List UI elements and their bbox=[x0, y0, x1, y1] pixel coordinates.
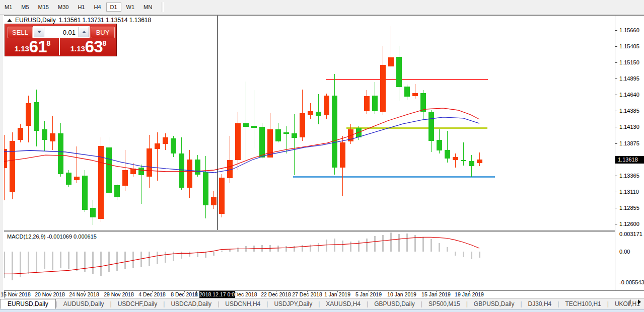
timeframe-button-M5[interactable]: M5 bbox=[17, 3, 33, 12]
candle-wick bbox=[415, 84, 415, 99]
macd-histogram-bar bbox=[237, 248, 239, 252]
price-tick bbox=[615, 143, 617, 144]
tab-sp500-m15[interactable]: SP500,M15 bbox=[422, 299, 466, 308]
tab-audusd-daily[interactable]: AUDUSD,Daily bbox=[57, 299, 110, 308]
tab-usdcad-daily[interactable]: USDCAD,Daily bbox=[165, 299, 218, 308]
timeframe-button-MN[interactable]: MN bbox=[139, 3, 156, 12]
tab-usdchf-daily[interactable]: USDCHF,Daily bbox=[112, 299, 164, 308]
macd-histogram-bar bbox=[455, 252, 456, 256]
macd-histogram-bar bbox=[165, 252, 166, 263]
candle-body bbox=[10, 141, 15, 192]
candle-body bbox=[66, 173, 71, 185]
timeframe-button-M15[interactable]: M15 bbox=[34, 3, 53, 12]
buy-price-quote[interactable]: 1.13638 bbox=[61, 38, 115, 55]
tab-gbpusd-daily[interactable]: GBPUSD,Daily bbox=[368, 299, 421, 308]
price-tick bbox=[615, 79, 617, 79]
date-axis-label: 1 bbox=[195, 291, 198, 297]
macd-axis-label: 0.003171 bbox=[619, 231, 642, 237]
price-axis-label: 1.12600 bbox=[619, 221, 639, 227]
candle-body bbox=[138, 168, 144, 175]
macd-histogram-bar bbox=[253, 246, 255, 252]
date-axis-label: 8 Dec 2018 bbox=[171, 291, 198, 297]
buy-button[interactable]: BUY bbox=[91, 27, 115, 38]
date-axis-label: 29 Nov 2018 bbox=[104, 291, 134, 297]
tab-tech100-h1[interactable]: TECH100,H1 bbox=[559, 299, 607, 308]
scroll-left-icon[interactable] bbox=[628, 299, 631, 304]
macd-histogram-bar bbox=[318, 243, 319, 252]
candle-body bbox=[26, 103, 31, 126]
chart-title: EURUSD,Daily 1.13561 1.13731 1.13514 1.1… bbox=[7, 17, 151, 24]
macd-histogram-bar bbox=[213, 252, 214, 256]
timeframe-button-M30[interactable]: M30 bbox=[54, 3, 73, 12]
tab-scroll-arrows bbox=[628, 299, 641, 304]
candle-body bbox=[187, 160, 192, 188]
timeframe-button-H1[interactable]: H1 bbox=[74, 3, 89, 12]
candle-body bbox=[42, 129, 47, 139]
tab-gbpusd-daily[interactable]: GBPUSD,Daily bbox=[468, 299, 521, 308]
macd-histogram-bar bbox=[382, 235, 384, 252]
scroll-right-icon[interactable] bbox=[638, 299, 641, 304]
macd-histogram-bar bbox=[269, 245, 271, 252]
candle-body bbox=[372, 96, 378, 111]
sell-price-prefix: 1.13 bbox=[15, 44, 29, 53]
macd-histogram-bar bbox=[374, 236, 376, 252]
timeframe-button-H4[interactable]: H4 bbox=[90, 3, 105, 12]
candle-body bbox=[106, 147, 112, 193]
candle-body bbox=[50, 133, 55, 141]
candle-wick bbox=[286, 126, 287, 153]
macd-name: MACD(12,26,9) bbox=[7, 233, 45, 240]
candle-body bbox=[163, 137, 168, 144]
macd-histogram-bar bbox=[334, 239, 335, 252]
macd-main-value: -0.001069 bbox=[47, 233, 72, 240]
macd-histogram-bar bbox=[294, 246, 295, 252]
lot-increase-button[interactable] bbox=[79, 27, 89, 37]
date-axis-label: 24 Nov 2018 bbox=[69, 291, 99, 297]
symbol-marker-icon bbox=[7, 19, 12, 22]
sell-price-quote[interactable]: 1.13618 bbox=[6, 38, 60, 55]
macd-histogram-bar bbox=[245, 246, 247, 252]
candle-body bbox=[348, 129, 353, 141]
tab-xauusd-h4[interactable]: XAUUSD,H4 bbox=[320, 299, 367, 308]
tab-usdcnh-h4[interactable]: USDCNH,H4 bbox=[219, 299, 266, 308]
chart-ohlc: 1.13561 1.13731 1.13514 1.13618 bbox=[59, 17, 152, 24]
timeframe-button-D1[interactable]: D1 bbox=[106, 3, 121, 12]
candle-body bbox=[58, 133, 63, 174]
timeframe-button-W1[interactable]: W1 bbox=[122, 3, 139, 12]
candle-body bbox=[308, 111, 313, 115]
price-axis-label: 1.13875 bbox=[619, 140, 639, 146]
candle-wick bbox=[455, 153, 456, 168]
price-tick bbox=[615, 46, 617, 47]
sell-button[interactable]: SELL bbox=[8, 27, 33, 38]
candle-body bbox=[283, 132, 289, 134]
macd-histogram-bar bbox=[140, 252, 142, 267]
timeframe-button-M1[interactable]: M1 bbox=[1, 3, 16, 12]
macd-histogram-bar bbox=[52, 252, 53, 270]
buy-price-prefix: 1.13 bbox=[70, 44, 85, 53]
candle-wick bbox=[294, 114, 295, 175]
candle-body bbox=[251, 126, 257, 128]
candle-body bbox=[461, 160, 466, 162]
macd-histogram-bar bbox=[84, 252, 86, 272]
toolbar-separator bbox=[162, 2, 164, 12]
candle-body bbox=[469, 161, 474, 166]
macd-histogram-bar bbox=[28, 252, 29, 274]
price-tick bbox=[615, 208, 617, 208]
macd-panel[interactable] bbox=[4, 232, 615, 290]
candle-wick bbox=[318, 94, 319, 124]
macd-histogram-bar bbox=[60, 252, 61, 268]
candle-body bbox=[4, 149, 7, 168]
status-strip bbox=[0, 309, 644, 312]
macd-histogram-bar bbox=[132, 252, 134, 268]
tab-usdjpy-daily[interactable]: USDJPY,Daily bbox=[268, 299, 318, 308]
lot-size-input[interactable]: 0.01 bbox=[44, 27, 79, 37]
tab-dj30-h4[interactable]: DJ30,H4 bbox=[522, 299, 558, 308]
macd-histogram-bar bbox=[277, 246, 279, 252]
tab-eurusd-daily[interactable]: EURUSD,Daily bbox=[0, 299, 56, 309]
macd-histogram-bar bbox=[414, 235, 416, 252]
price-axis-label: 1.14640 bbox=[619, 92, 639, 98]
candle-wick bbox=[463, 142, 464, 166]
date-axis-label: 27 Dec 2018 bbox=[292, 291, 322, 297]
chevron-up-icon bbox=[82, 31, 86, 33]
lot-decrease-button[interactable] bbox=[34, 27, 44, 37]
candle-body bbox=[243, 123, 249, 127]
